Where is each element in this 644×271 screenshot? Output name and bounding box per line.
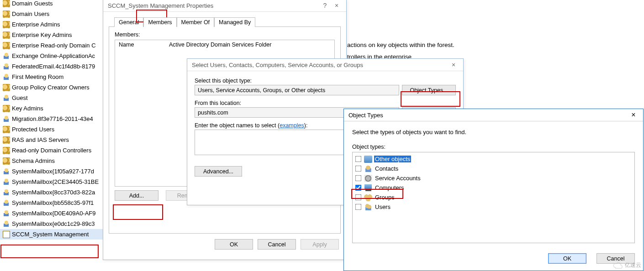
- group-icon: [3, 147, 10, 154]
- user-icon: [3, 52, 10, 60]
- tree-item[interactable]: SCCM_System Management: [0, 229, 119, 240]
- object-type-checkbox[interactable]: [355, 156, 362, 162]
- object-type-checkbox[interactable]: [355, 185, 362, 191]
- object-type-row[interactable]: Users: [355, 202, 632, 212]
- tree-item-label: SystemMailbox{8cc370d3-822a: [12, 189, 95, 196]
- svc-icon: [364, 175, 372, 182]
- tab-memberof[interactable]: Member Of: [177, 17, 215, 27]
- close-icon[interactable]: ×: [628, 111, 639, 119]
- tree-item[interactable]: Protected Users: [0, 124, 119, 135]
- select-objects-titlebar[interactable]: Select Users, Contacts, Computers, Servi…: [187, 59, 463, 71]
- cancel-button[interactable]: Cancel: [258, 239, 296, 250]
- tab-general[interactable]: General: [114, 17, 143, 27]
- ou-icon: [3, 231, 10, 238]
- groups-icon: [364, 194, 372, 201]
- examples-link[interactable]: examples: [280, 122, 304, 129]
- object-type-row[interactable]: Contacts: [355, 164, 632, 173]
- tab-members[interactable]: Members: [143, 17, 176, 27]
- tab-managedby[interactable]: Managed By: [214, 17, 255, 27]
- tree-item[interactable]: SystemMailbox{2CE34405-31BE: [0, 177, 119, 187]
- object-types-intro: Select the types of objects you want to …: [352, 129, 635, 136]
- tree-item-label: Protected Users: [12, 126, 54, 133]
- object-type-row[interactable]: Other objects: [355, 154, 632, 164]
- tree-item[interactable]: Enterprise Key Admins: [0, 30, 119, 40]
- close-icon[interactable]: ×: [332, 2, 342, 9]
- object-type-row[interactable]: Service Accounts: [355, 173, 632, 183]
- tree-item[interactable]: Schema Admins: [0, 156, 119, 166]
- object-type-label: Other objects: [374, 156, 411, 162]
- object-type-checkbox[interactable]: [355, 194, 362, 201]
- tree-item-label: Enterprise Admins: [12, 21, 60, 28]
- group-icon: [3, 21, 10, 28]
- tree-item[interactable]: Enterprise Admins: [0, 19, 119, 30]
- user-icon: [3, 115, 10, 123]
- object-types-list-label: Object types:: [352, 144, 635, 150]
- object-types-titlebar[interactable]: Object Types ×: [344, 109, 643, 121]
- object-type-checkbox[interactable]: [355, 175, 362, 182]
- tree-item[interactable]: RAS and IAS Servers: [0, 135, 119, 145]
- watermark-text: 亿速云: [625, 261, 641, 269]
- tree-item-label: SystemMailbox{1f05a927-177d: [12, 168, 94, 175]
- group-icon: [3, 31, 10, 39]
- comp-icon: [364, 184, 372, 192]
- tree-item[interactable]: Enterprise Read-only Domain C: [0, 40, 119, 51]
- tree-item[interactable]: Guest: [0, 93, 119, 103]
- user-icon: [3, 199, 10, 207]
- tree-item-label: Enterprise Key Admins: [12, 31, 72, 38]
- tree-item[interactable]: SystemMailbox{D0E409A0-AF9: [0, 208, 119, 219]
- tree-item[interactable]: SystemMailbox{1f05a927-177d: [0, 166, 119, 177]
- group-icon: [3, 84, 10, 91]
- close-icon[interactable]: ×: [449, 61, 459, 68]
- help-icon[interactable]: ?: [320, 2, 330, 9]
- tree-item[interactable]: SystemMailbox{e0dc1c29-89c3: [0, 219, 119, 229]
- object-type-checkbox[interactable]: [355, 166, 362, 172]
- col-name[interactable]: Name: [119, 42, 169, 48]
- tree-item[interactable]: Exchange Online-ApplicationAc: [0, 51, 119, 61]
- object-types-button[interactable]: Object Types...: [402, 85, 456, 95]
- apply-button: Apply: [301, 239, 339, 250]
- user-icon: [3, 220, 10, 228]
- members-label: Members:: [115, 31, 335, 38]
- tree-item[interactable]: Domain Guests: [0, 0, 119, 9]
- users-icon: [364, 203, 372, 211]
- properties-titlebar[interactable]: SCCM_System Management Properties ? ×: [103, 0, 346, 12]
- user-icon: [3, 168, 10, 175]
- tree-item[interactable]: Domain Users: [0, 9, 119, 19]
- user-icon: [3, 178, 10, 186]
- object-types-list[interactable]: Other objectsContactsService AccountsCom…: [352, 152, 635, 243]
- add-button[interactable]: Add...: [115, 190, 158, 201]
- contact-icon: [364, 165, 372, 172]
- object-types-title: Object Types: [348, 112, 628, 119]
- tree-item[interactable]: Read-only Domain Controllers: [0, 145, 119, 156]
- group-icon: [3, 136, 10, 144]
- tree-item[interactable]: Migration.8f3e7716-2011-43e4: [0, 114, 119, 124]
- tree-item[interactable]: SystemMailbox{bb558c35-97f1: [0, 198, 119, 208]
- object-type-checkbox[interactable]: [355, 204, 362, 210]
- user-icon: [3, 63, 10, 70]
- object-type-row[interactable]: Computers: [355, 183, 632, 193]
- tree-item-label: RAS and IAS Servers: [12, 136, 69, 143]
- tree-item-label: SCCM_System Management: [12, 231, 89, 238]
- ad-object-list[interactable]: Domain GuestsDomain UsersEnterprise Admi…: [0, 0, 119, 240]
- object-type-field: Users, Service Accounts, Groups, or Othe…: [195, 85, 399, 95]
- tree-item[interactable]: FederatedEmail.4c1f4d8b-8179: [0, 61, 119, 72]
- object-type-row[interactable]: Groups: [355, 193, 632, 202]
- object-types-dialog: Object Types × Select the types of objec…: [343, 109, 644, 271]
- tree-item[interactable]: Key Admins: [0, 103, 119, 114]
- tree-item[interactable]: First Meeting Room: [0, 72, 119, 82]
- members-columns: Name Active Directory Domain Services Fo…: [115, 40, 334, 49]
- group-icon: [3, 105, 10, 112]
- properties-footer: OK Cancel Apply: [103, 239, 346, 250]
- other-icon: [364, 156, 372, 163]
- tree-item-label: Migration.8f3e7716-2011-43e4: [12, 115, 93, 122]
- col-folder[interactable]: Active Directory Domain Services Folder: [169, 42, 271, 48]
- tree-item[interactable]: Group Policy Creator Owners: [0, 82, 119, 93]
- ok-button[interactable]: OK: [548, 253, 586, 264]
- highlight-selected-ou: [0, 245, 99, 258]
- tree-item[interactable]: SystemMailbox{8cc370d3-822a: [0, 187, 119, 198]
- tree-item-label: SystemMailbox{bb558c35-97f1: [12, 199, 94, 206]
- object-type-label: Computers: [374, 184, 405, 191]
- ok-button[interactable]: OK: [215, 239, 253, 250]
- user-icon: [3, 73, 10, 81]
- advanced-button[interactable]: Advanced...: [195, 166, 242, 177]
